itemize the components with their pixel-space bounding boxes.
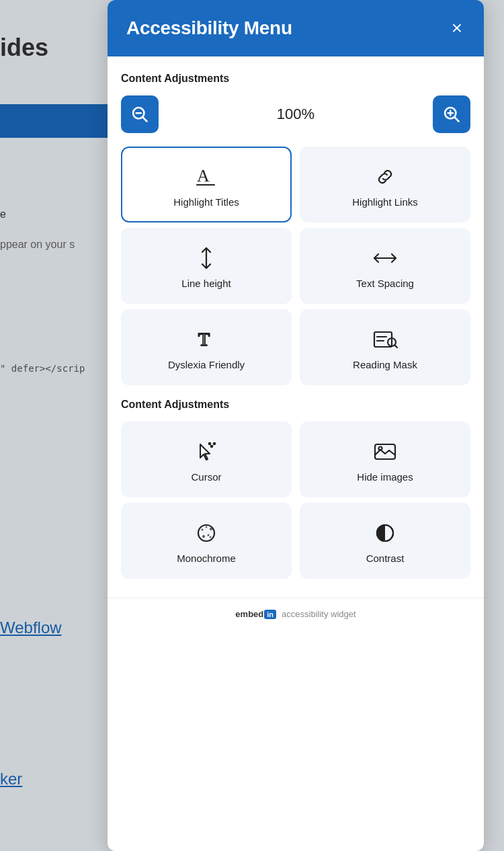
highlight-links-card[interactable]: Highlight Links bbox=[300, 147, 470, 222]
text-spacing-label: Text Spacing bbox=[356, 278, 414, 289]
svg-point-18 bbox=[214, 443, 215, 444]
cursor-card[interactable]: Cursor bbox=[121, 421, 292, 497]
accessibility-panel: Accessibility Menu × Content Adjustments… bbox=[108, 0, 484, 851]
highlight-titles-icon: A bbox=[194, 164, 219, 190]
section1-label: Content Adjustments bbox=[121, 73, 470, 85]
cursor-label: Cursor bbox=[191, 471, 221, 483]
panel-body: Content Adjustments 100% bbox=[108, 56, 484, 598]
hide-images-label: Hide images bbox=[357, 471, 413, 483]
svg-line-16 bbox=[394, 345, 397, 348]
svg-point-26 bbox=[202, 535, 205, 538]
contrast-icon bbox=[372, 520, 398, 546]
feature-grid-row5: Monochrome Contrast bbox=[121, 503, 470, 579]
svg-point-17 bbox=[211, 446, 212, 447]
feature-grid-row1: A Highlight Titles Highlight Links bbox=[121, 147, 470, 222]
zoom-in-icon bbox=[442, 105, 461, 124]
contrast-card[interactable]: Contrast bbox=[300, 503, 470, 579]
hide-images-icon bbox=[372, 439, 398, 464]
zoom-value: 100% bbox=[277, 106, 314, 123]
footer-box: in bbox=[264, 610, 276, 619]
svg-text:A: A bbox=[197, 166, 210, 186]
reading-mask-card[interactable]: Reading Mask bbox=[300, 309, 470, 385]
svg-line-1 bbox=[142, 117, 146, 121]
svg-point-19 bbox=[209, 443, 210, 444]
svg-text:T: T bbox=[198, 329, 210, 350]
svg-point-25 bbox=[208, 534, 210, 536]
hide-images-card[interactable]: Hide images bbox=[300, 421, 470, 497]
feature-grid-row4: Cursor Hide images bbox=[121, 421, 470, 497]
section2-label: Content Adjustments bbox=[121, 399, 470, 411]
contrast-label: Contrast bbox=[366, 553, 405, 564]
line-height-label: Line height bbox=[181, 278, 230, 289]
line-height-card[interactable]: Line height bbox=[121, 228, 292, 304]
panel-header: Accessibility Menu × bbox=[108, 0, 484, 56]
text-spacing-card[interactable]: Text Spacing bbox=[300, 228, 470, 304]
zoom-out-button[interactable] bbox=[121, 95, 159, 133]
reading-mask-label: Reading Mask bbox=[353, 359, 417, 370]
feature-grid-row2: Line height Text Spacing bbox=[121, 228, 470, 304]
footer-brand: embed bbox=[235, 609, 263, 619]
zoom-row: 100% bbox=[121, 95, 470, 133]
svg-line-4 bbox=[454, 117, 458, 121]
svg-point-21 bbox=[379, 447, 382, 450]
cursor-icon bbox=[194, 439, 219, 464]
highlight-titles-label: Highlight Titles bbox=[173, 196, 239, 208]
highlight-titles-card[interactable]: A Highlight Titles bbox=[121, 147, 292, 222]
zoom-out-icon bbox=[130, 105, 149, 124]
monochrome-label: Monochrome bbox=[177, 553, 236, 564]
zoom-in-button[interactable] bbox=[433, 95, 470, 133]
footer-tagline: accessibility widget bbox=[279, 609, 355, 619]
line-height-icon bbox=[194, 245, 218, 271]
highlight-links-icon bbox=[372, 164, 398, 190]
svg-point-24 bbox=[202, 529, 204, 531]
svg-point-23 bbox=[210, 528, 212, 530]
reading-mask-icon bbox=[372, 327, 398, 352]
svg-point-28 bbox=[206, 526, 208, 528]
svg-point-27 bbox=[210, 536, 212, 538]
dyslexia-friendly-card[interactable]: T Dyslexia Friendly bbox=[121, 309, 292, 385]
monochrome-icon bbox=[194, 520, 219, 546]
dyslexia-friendly-label: Dyslexia Friendly bbox=[168, 359, 245, 370]
dyslexia-friendly-icon: T bbox=[194, 327, 219, 352]
text-spacing-icon bbox=[372, 245, 398, 271]
panel-title: Accessibility Menu bbox=[126, 17, 292, 39]
highlight-links-label: Highlight Links bbox=[352, 196, 418, 208]
close-button[interactable]: × bbox=[449, 16, 465, 40]
monochrome-card[interactable]: Monochrome bbox=[121, 503, 292, 579]
panel-footer: embedin accessibility widget bbox=[108, 598, 484, 626]
feature-grid-row3: T Dyslexia Friendly Reading Mask bbox=[121, 309, 470, 385]
